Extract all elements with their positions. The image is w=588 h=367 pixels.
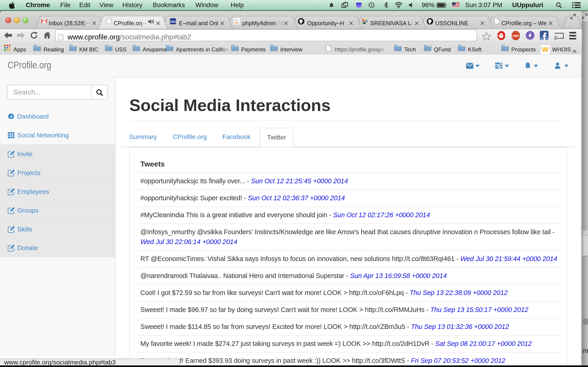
svg-text:ABP: ABP [513, 34, 519, 38]
svg-text:1&1: 1&1 [170, 20, 176, 23]
svg-text:PMA: PMA [234, 22, 239, 24]
